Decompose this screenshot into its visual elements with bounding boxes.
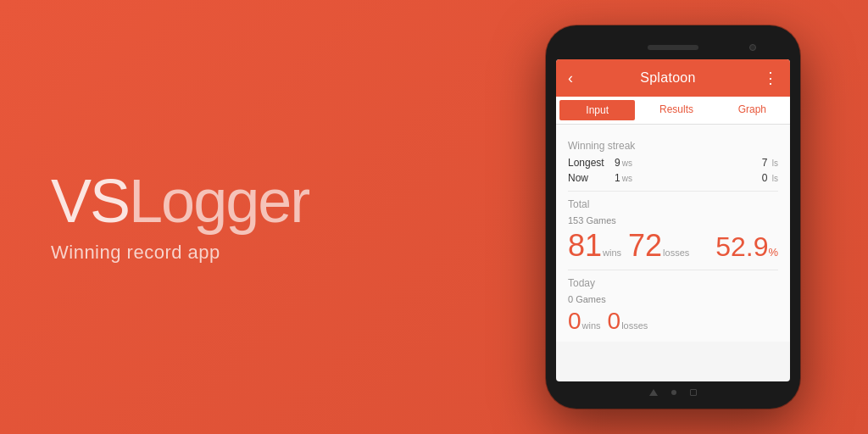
today-games: 0 Games: [568, 294, 778, 304]
left-panel: VS Logger Winning record app: [0, 120, 546, 314]
now-ws-unit: ws: [622, 174, 632, 183]
wins-value: 81: [568, 231, 602, 261]
total-section: Total 153 Games 81 wins 72 losses 52.9 %: [568, 198, 778, 263]
phone-container: ‹ Splatoon ⋮ Input Results Graph Winni: [546, 25, 817, 409]
winning-streak-title: Winning streak: [568, 140, 778, 152]
phone-mockup: ‹ Splatoon ⋮ Input Results Graph Winni: [546, 25, 800, 409]
win-rate-container: 52.9 %: [715, 231, 778, 263]
today-title: Today: [568, 277, 778, 289]
now-ws-value: 1: [615, 172, 620, 184]
losses-value: 72: [628, 231, 662, 261]
today-losses-label: losses: [621, 320, 648, 331]
today-wins-label: wins: [582, 320, 601, 331]
total-games: 153 Games: [568, 215, 778, 225]
title-vs: VS: [51, 170, 129, 231]
streak-table: Longest 9 ws 7 ls Now 1 ws 0: [568, 157, 778, 184]
today-wins-value: 0: [568, 309, 581, 333]
phone-notch: [556, 36, 790, 59]
tabs-row: Input Results Graph: [556, 97, 790, 125]
title-logger: Logger: [129, 170, 309, 231]
screen-content: Winning streak Longest 9 ws 7 ls Now 1: [556, 125, 790, 342]
phone-screen: ‹ Splatoon ⋮ Input Results Graph Winni: [556, 59, 790, 381]
app-subtitle: Winning record app: [51, 242, 512, 264]
phone-camera: [749, 44, 756, 51]
longest-label: Longest: [568, 157, 615, 169]
divider-1: [568, 191, 778, 192]
win-rate: 52.9: [715, 231, 768, 263]
recents-nav-icon: [690, 389, 697, 396]
back-icon[interactable]: ‹: [568, 70, 573, 87]
stats-left: 81 wins 72 losses: [568, 231, 696, 261]
now-ls: 0 ls: [762, 172, 778, 184]
tab-graph[interactable]: Graph: [715, 97, 790, 124]
today-losses-value: 0: [608, 309, 621, 333]
streak-row-now: Now 1 ws 0 ls: [568, 172, 778, 184]
today-stats-row: 0 wins 0 losses: [568, 309, 778, 333]
total-title: Total: [568, 198, 778, 210]
wins-label: wins: [603, 248, 621, 258]
app-title: VS Logger: [51, 170, 512, 231]
now-label: Now: [568, 172, 615, 184]
menu-icon[interactable]: ⋮: [763, 69, 778, 87]
longest-ws-value: 9: [615, 157, 620, 169]
longest-ls: 7 ls: [762, 157, 778, 169]
longest-ws-unit: ws: [622, 159, 632, 168]
losses-label: losses: [663, 248, 689, 258]
home-nav-icon: [671, 390, 676, 395]
streak-row-longest: Longest 9 ws 7 ls: [568, 157, 778, 169]
today-section: Today 0 Games 0 wins 0 losses: [568, 277, 778, 333]
app-bar: ‹ Splatoon ⋮: [556, 59, 790, 97]
win-rate-sign: %: [768, 246, 778, 259]
phone-home-bar: [556, 381, 790, 398]
divider-2: [568, 270, 778, 270]
stats-row: 81 wins 72 losses 52.9 %: [568, 231, 778, 263]
tab-input[interactable]: Input: [559, 100, 635, 120]
tab-results[interactable]: Results: [638, 97, 714, 124]
app-bar-title: Splatoon: [640, 70, 696, 86]
back-nav-icon: [649, 389, 658, 396]
phone-speaker: [648, 45, 698, 50]
